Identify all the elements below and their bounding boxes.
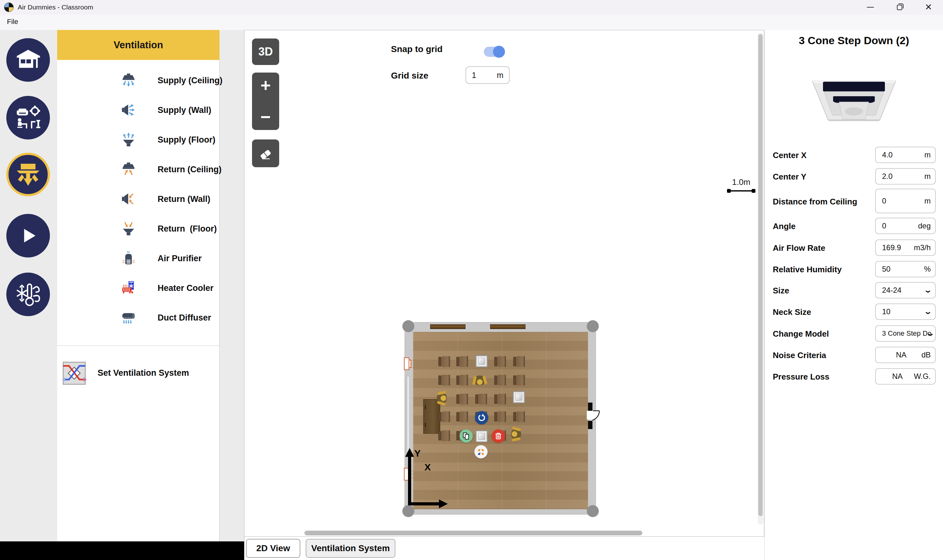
rotate-button[interactable] [475, 411, 488, 424]
nav-furniture-button[interactable] [6, 96, 50, 140]
student-desk [513, 411, 525, 422]
view-tab-bar: 2D View Ventilation System [244, 536, 764, 560]
prop-input-angle[interactable]: 0deg [875, 218, 936, 234]
delete-button[interactable] [492, 429, 505, 443]
menu-bar: File [0, 14, 943, 30]
duct-diffuser-icon [119, 308, 138, 327]
student-desk [494, 374, 506, 386]
play-icon [14, 222, 42, 249]
zoom-out-button[interactable]: − [261, 110, 271, 124]
view-3d-button[interactable]: 3D [252, 38, 279, 65]
prop-label-neck-size: Neck Size [773, 307, 811, 317]
rotate-icon [477, 413, 486, 422]
horizontal-scrollbar[interactable] [304, 531, 642, 535]
eraser-button[interactable] [252, 140, 279, 167]
nav-run-button[interactable] [6, 214, 50, 257]
grid-size-label: Grid size [391, 71, 428, 81]
prop-readout-pressure-loss[interactable]: NAW.G. [875, 368, 936, 385]
ceiling-diffuser[interactable] [475, 355, 488, 367]
panel-item-supply-wall[interactable]: Supply (Wall) [57, 101, 219, 120]
wall-board [490, 324, 525, 329]
nav-building-button[interactable] [6, 38, 50, 82]
prop-select-change-model[interactable]: 3 Cone Step Do⌄ [875, 325, 936, 342]
copy-button[interactable] [460, 429, 473, 443]
panel-item-return-ceiling[interactable]: Return (Ceiling) [57, 160, 219, 179]
panel-item-return-floor[interactable]: Return (Floor) [57, 219, 219, 238]
selected-ceiling-diffuser[interactable] [475, 430, 488, 442]
diffusion-pattern-icon [477, 448, 485, 456]
ceiling-diffuser[interactable] [513, 391, 525, 403]
nav-climate-button[interactable] [6, 272, 50, 316]
diffuser-preview-image [807, 68, 901, 134]
student-desk [494, 411, 506, 422]
zoom-control[interactable]: + − [252, 72, 279, 130]
minimize-icon [867, 7, 874, 8]
prop-label-pressure-loss: Pressure Loss [773, 372, 829, 382]
bottom-filler [0, 542, 244, 560]
diffusion-pattern-button[interactable] [474, 445, 488, 458]
furniture-icon [14, 104, 42, 131]
prop-readout-noise-criteria[interactable]: NAdB [875, 347, 936, 363]
prop-label-change-model: Change Model [773, 329, 829, 339]
prop-input-center-x[interactable]: 4.0m [875, 147, 936, 163]
copy-icon [462, 432, 471, 440]
nav-ventilation-button[interactable] [6, 153, 50, 196]
vertical-scrollbar-thumb[interactable] [758, 34, 763, 516]
panel-item-heater-cooler[interactable]: Heater Cooler [57, 278, 219, 297]
student-desk [456, 411, 468, 422]
student-desk [456, 374, 468, 386]
snap-to-grid-toggle[interactable] [484, 47, 504, 57]
tab-2d-view[interactable]: 2D View [246, 539, 300, 558]
prop-input-distance-from-ceiling[interactable]: 0m [875, 189, 936, 213]
selected-model-title: 3 Cone Step Down (2) [765, 34, 943, 47]
file-menu[interactable]: File [7, 18, 18, 26]
restore-button[interactable] [885, 0, 914, 14]
student-desk [494, 394, 506, 405]
prop-input-center-y[interactable]: 2.0m [875, 168, 936, 185]
ventilation-icon [14, 161, 42, 188]
vertical-scrollbar[interactable] [758, 33, 763, 525]
panel-item-air-purifier[interactable]: Air Purifier [57, 249, 219, 268]
minimize-button[interactable] [856, 0, 885, 14]
tab-ventilation-system[interactable]: Ventilation System [306, 539, 395, 558]
grid-size-input[interactable]: 1 m [466, 66, 510, 84]
heater-cooler-icon [119, 278, 138, 297]
prop-label-relative-humidity: Relative Humidity [773, 265, 842, 274]
prop-input-relative-humidity[interactable]: 50% [875, 261, 936, 277]
floor-plan[interactable]: Y X [404, 322, 596, 515]
prop-select-neck-size[interactable]: 10⌄ [875, 303, 936, 320]
axis-indicator [403, 446, 454, 512]
wall-vent-marker [404, 357, 414, 371]
prop-input-air-flow-rate[interactable]: 169.9m3/h [875, 240, 936, 256]
supply-wall-icon [119, 101, 138, 120]
student-desk [438, 356, 450, 367]
chevron-down-icon: ⌄ [923, 286, 932, 294]
prop-label-center-y: Center Y [773, 172, 806, 182]
prop-label-center-x: Center X [773, 151, 807, 160]
panel-item-return-wall[interactable]: Return (Wall) [57, 189, 219, 209]
scale-bar [727, 189, 755, 193]
set-ventilation-system-item[interactable]: Set Ventilation System [57, 361, 219, 386]
panel-item-duct-diffuser[interactable]: Duct Diffuser [57, 308, 219, 327]
prop-select-size[interactable]: 24-24⌄ [875, 282, 936, 298]
building-icon [14, 46, 42, 74]
trash-icon [494, 432, 503, 440]
prop-label-air-flow-rate: Air Flow Rate [773, 243, 825, 253]
panel-item-supply-ceiling[interactable]: Supply (Ceiling) [57, 71, 219, 90]
window-title: Air Dummies - Classroom [18, 3, 93, 11]
return-floor-icon [119, 219, 138, 238]
panel-header: Ventilation [57, 30, 219, 60]
close-button[interactable]: ✕ [914, 0, 943, 14]
student-desk [513, 374, 525, 386]
app-logo-icon [4, 3, 14, 12]
prop-label-noise-criteria: Noise Criteria [773, 351, 826, 360]
eraser-icon [258, 145, 274, 162]
properties-panel: 3 Cone Step Down (2) Center X 4.0m Cente… [764, 30, 943, 560]
air-purifier-icon [119, 249, 138, 268]
title-bar: Air Dummies - Classroom ✕ [0, 0, 943, 14]
return-wall-icon [119, 189, 138, 209]
design-canvas[interactable]: 3D + − Snap to grid Grid size 1 m [244, 30, 764, 536]
panel-item-supply-floor[interactable]: Supply (Floor) [57, 130, 219, 149]
zoom-in-button[interactable]: + [261, 78, 271, 92]
prop-label-distance-from-ceiling: Distance from Ceiling [773, 197, 857, 207]
